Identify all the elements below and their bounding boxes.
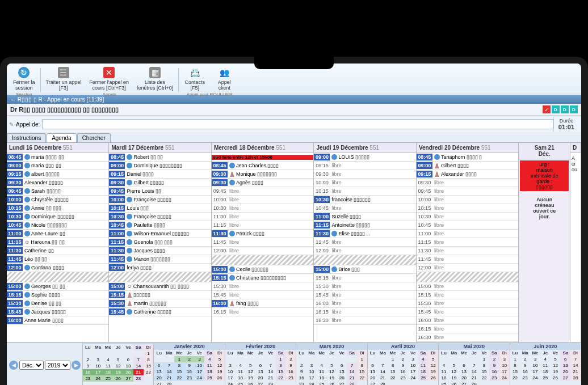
calendar-day[interactable]: 7 bbox=[377, 362, 388, 369]
appointment-slot[interactable]: 09:30 Alexander ▯▯▯▯▯ bbox=[7, 179, 108, 187]
calendar-day[interactable]: 20 bbox=[459, 375, 469, 381]
appointment-slot[interactable]: 11:00 libre bbox=[417, 230, 518, 238]
calendar-day[interactable]: 18 bbox=[439, 375, 449, 381]
appointment-slot[interactable]: 09:45 libre bbox=[417, 187, 518, 196]
calendar-day[interactable]: 12 bbox=[245, 369, 255, 375]
appointment-slot[interactable]: 09:15 libre bbox=[314, 162, 415, 170]
appointment-slot[interactable]: 11:45 libre bbox=[212, 238, 313, 247]
handle-call-button[interactable]: ☰ Traiter un appel [F3] bbox=[43, 66, 85, 92]
appointment-slot[interactable]: 11:00 Anne-Laure ▯▯ bbox=[7, 230, 108, 238]
calendar-day[interactable]: 7 bbox=[164, 362, 174, 369]
calendar-day[interactable]: 12 bbox=[449, 369, 459, 375]
appointment-slot[interactable]: 16:00 Anne Marie ▯▯▯▯ bbox=[7, 316, 108, 325]
calendar-day[interactable]: 22 bbox=[510, 375, 520, 381]
appointment-slot[interactable]: 09:15 Alexander ▯▯▯▯ bbox=[417, 170, 518, 179]
appointment-slot[interactable]: 15:00 libre bbox=[417, 282, 518, 291]
calendar-day[interactable]: 22 bbox=[276, 375, 286, 381]
appointment-slot[interactable]: 15:30 martin ▯▯▯▯▯▯ bbox=[109, 299, 211, 308]
appointment-slot[interactable]: 10:00 Chrystèle ▯▯▯▯▯ bbox=[7, 196, 108, 204]
calendar-day[interactable]: 27 bbox=[123, 375, 133, 382]
calendar-day[interactable]: 7 bbox=[469, 362, 479, 369]
calendar-day[interactable]: 3 bbox=[530, 356, 540, 362]
appointment-slot[interactable]: 15:30 Denise ▯▯ ▯▯ bbox=[7, 299, 108, 308]
calendar-day[interactable]: 26 bbox=[428, 375, 438, 381]
appointment-slot[interactable]: 09:30 libre bbox=[417, 179, 518, 187]
calendar-day[interactable]: 2 bbox=[398, 356, 408, 362]
calendar-day[interactable]: 23 bbox=[285, 375, 296, 381]
appointment-slot[interactable]: 10:30 libre bbox=[417, 213, 518, 221]
appointment-slot[interactable]: 11:45 Manon ▯▯▯▯▯▯▯ bbox=[109, 255, 211, 264]
appointment-slot[interactable]: 11:15 ☺Harouna ▯▯ ▯▯ bbox=[7, 238, 108, 247]
calendar-day[interactable]: 17 bbox=[408, 369, 418, 375]
calendar-day[interactable]: 11 bbox=[317, 369, 327, 375]
calendar-day[interactable]: 19 bbox=[113, 369, 123, 375]
appointment-slot[interactable]: 11:45 libre bbox=[417, 255, 518, 264]
appointment-slot[interactable]: 09:45 Pierre Louis ▯▯ bbox=[109, 187, 211, 196]
appointment-slot[interactable]: 15:30 libre bbox=[314, 282, 415, 291]
tab-agenda[interactable]: Agenda bbox=[47, 133, 76, 142]
calendar-day[interactable]: 22 bbox=[144, 369, 154, 375]
calendar-day[interactable]: 22 bbox=[388, 375, 398, 381]
month-select[interactable]: Déc. bbox=[19, 361, 44, 370]
appointment-slot[interactable]: 15:00 Georges ▯▯ ▯▯ bbox=[7, 282, 108, 291]
appointment-slot[interactable]: 12:00 libre bbox=[314, 247, 415, 255]
calendar-day[interactable]: 22 bbox=[357, 375, 367, 381]
calendar-day[interactable]: 13 bbox=[459, 369, 469, 375]
calendar-day[interactable]: 2 bbox=[489, 356, 499, 362]
appointment-slot[interactable]: 12:00 libre bbox=[417, 264, 518, 272]
calendar-day[interactable]: 24 bbox=[306, 381, 317, 385]
calendar-day[interactable]: 13 bbox=[368, 369, 378, 375]
prev-month-button[interactable]: ◀ bbox=[9, 361, 18, 370]
appointment-slot[interactable]: 11:30 Catherine ▯▯ bbox=[7, 247, 108, 255]
appointment-slot[interactable]: 16:30 libre bbox=[314, 316, 415, 325]
calendar-day[interactable]: 10 bbox=[408, 362, 418, 369]
calendar-day[interactable]: 20 bbox=[123, 369, 133, 375]
calendar-day[interactable]: 12 bbox=[215, 362, 225, 369]
calendar-day[interactable]: 27 bbox=[368, 381, 378, 385]
calendar-day[interactable]: 5 bbox=[113, 357, 123, 363]
calendar-day[interactable]: 27 bbox=[459, 381, 469, 385]
calendar-day[interactable]: 17 bbox=[306, 375, 317, 381]
calendar-day[interactable]: 3 bbox=[408, 356, 418, 362]
calendar-day[interactable]: 6 bbox=[154, 362, 164, 369]
appointment-slot[interactable]: 10:30 Françoise ▯▯▯▯▯ bbox=[109, 213, 211, 221]
appointment-slot[interactable]: 15:00 Brice ▯▯▯ bbox=[314, 265, 415, 274]
appointment-slot[interactable]: 10:45 libre bbox=[314, 204, 415, 213]
calendar-day[interactable]: 23 bbox=[296, 381, 306, 385]
calendar-day[interactable]: 21 bbox=[377, 375, 388, 381]
calendar-day[interactable]: 12 bbox=[428, 362, 438, 369]
calendar-day[interactable]: 17 bbox=[225, 375, 236, 381]
appointment-slot[interactable]: 15:00 Cecile ▯▯▯▯▯▯ bbox=[212, 265, 313, 274]
calendar-day[interactable]: 19 bbox=[449, 375, 459, 381]
calendar-day[interactable]: 24 bbox=[530, 375, 540, 381]
calendar-day[interactable]: 4 bbox=[317, 362, 327, 369]
calendar-day[interactable]: 8 bbox=[510, 362, 520, 369]
calendar-day[interactable]: 3 bbox=[225, 362, 236, 369]
calendar-day[interactable]: 9 bbox=[83, 363, 93, 369]
appointment-slot[interactable]: 11:15 libre bbox=[417, 238, 518, 247]
calendar-day[interactable]: 8 bbox=[276, 362, 286, 369]
appointment-slot[interactable]: 12:00 Gordana ▯▯▯▯ bbox=[7, 264, 108, 272]
calendar-day[interactable]: 12 bbox=[551, 362, 561, 369]
calendar-day[interactable]: 10 bbox=[225, 369, 236, 375]
calendar-day[interactable]: 20 bbox=[255, 375, 266, 381]
calendar-day[interactable]: 6 bbox=[123, 357, 133, 363]
calendar-day[interactable]: 10 bbox=[195, 362, 205, 369]
appointment-slot[interactable]: 11:30 libre bbox=[417, 247, 518, 255]
client-call-button[interactable]: 👥 Appel client bbox=[210, 66, 238, 92]
calendar-day[interactable]: 1 bbox=[388, 356, 398, 362]
tab-instructions[interactable]: Instructions bbox=[7, 133, 46, 142]
calendar-day[interactable]: 27 bbox=[255, 381, 266, 385]
search-input[interactable] bbox=[42, 119, 553, 129]
calendar-day[interactable]: 15 bbox=[144, 363, 154, 369]
calendar-day[interactable]: 14 bbox=[469, 369, 479, 375]
appointment-slot[interactable]: 10:45 libre bbox=[417, 221, 518, 230]
calendar-day[interactable]: 9 bbox=[285, 362, 296, 369]
calendar-day[interactable]: 13 bbox=[123, 363, 133, 369]
calendar-day[interactable]: 13 bbox=[255, 369, 266, 375]
appointment-slot[interactable]: 11:00 Suzelle ▯▯▯▯ bbox=[314, 213, 415, 221]
appointment-slot[interactable]: 09:30 Gilbert ▯▯▯▯▯ bbox=[109, 179, 211, 187]
calendar-day[interactable]: 14 bbox=[164, 369, 174, 375]
appointment-slot[interactable]: 11:45 Léo ▯▯ ▯▯ bbox=[7, 255, 108, 264]
appointment-slot[interactable]: 11:30 Patrick ▯▯▯▯ bbox=[212, 230, 313, 238]
